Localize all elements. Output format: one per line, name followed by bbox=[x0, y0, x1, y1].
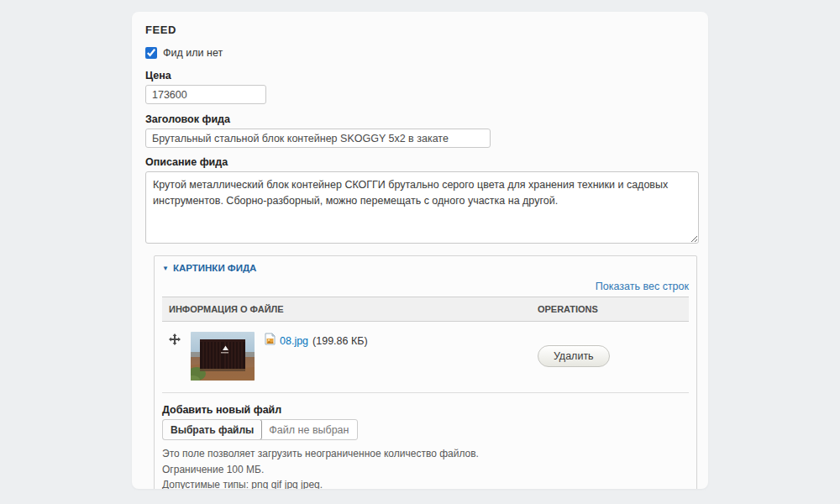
choose-files-button[interactable]: Выбрать файлы bbox=[162, 419, 262, 440]
delete-file-button[interactable]: Удалить bbox=[538, 345, 610, 367]
files-table-header-row: ИНФОРМАЦИЯ О ФАЙЛЕ OPERATIONS bbox=[162, 297, 689, 322]
feed-description-label: Описание фида bbox=[145, 156, 698, 168]
add-new-file-label: Добавить новый файл bbox=[162, 404, 689, 416]
feed-checkbox[interactable] bbox=[145, 47, 157, 59]
feed-description-textarea[interactable]: Крутой металлический блок контейнер СКОГ… bbox=[145, 171, 699, 244]
feed-title-input[interactable] bbox=[145, 129, 491, 148]
file-info-column-header: ИНФОРМАЦИЯ О ФАЙЛЕ bbox=[162, 297, 531, 322]
file-name-link[interactable]: 08.jpg bbox=[280, 335, 308, 347]
file-size-text: (199.86 КБ) bbox=[312, 335, 368, 347]
feed-form-card: FEED Фид или нет Цена Заголовок фида Опи… bbox=[132, 12, 708, 489]
container-photo-thumbnail bbox=[191, 332, 255, 381]
file-info-cell: 08.jpg (199.86 КБ) bbox=[162, 322, 531, 393]
row-weights-row: Показать вес строк bbox=[162, 278, 689, 293]
feed-checkbox-row: Фид или нет bbox=[145, 47, 698, 59]
feed-pictures-fieldset: ▼ КАРТИНКИ ФИДА Показать вес строк ИНФОР… bbox=[154, 255, 697, 489]
feed-checkbox-label: Фид или нет bbox=[163, 47, 223, 59]
operations-cell: Удалить bbox=[531, 322, 689, 393]
show-row-weights-link[interactable]: Показать вес строк bbox=[596, 281, 689, 292]
table-row: 08.jpg (199.86 КБ) Удалить bbox=[162, 322, 689, 393]
files-table: ИНФОРМАЦИЯ О ФАЙЛЕ OPERATIONS bbox=[162, 297, 689, 393]
feed-pictures-legend-label: КАРТИНКИ ФИДА bbox=[173, 263, 257, 273]
file-field-help-text: Это поле позволяет загрузить неограничен… bbox=[162, 446, 689, 489]
help-line-unlimited: Это поле позволяет загрузить неограничен… bbox=[162, 446, 689, 462]
drag-handle-icon[interactable] bbox=[169, 333, 181, 349]
collapse-triangle-icon: ▼ bbox=[162, 265, 169, 272]
price-input[interactable] bbox=[145, 85, 266, 104]
section-title: FEED bbox=[145, 24, 698, 36]
feed-pictures-legend[interactable]: ▼ КАРТИНКИ ФИДА bbox=[162, 263, 689, 273]
price-label: Цена bbox=[145, 70, 698, 81]
help-line-limit: Ограничение 100 МБ. bbox=[162, 462, 689, 478]
feed-title-label: Заголовок фида bbox=[145, 113, 698, 125]
help-line-types: Допустимые типы: png gif jpg jpeg. bbox=[162, 477, 689, 489]
operations-column-header: OPERATIONS bbox=[531, 297, 689, 322]
no-file-chosen-text: Файл не выбран bbox=[269, 424, 349, 436]
file-line: 08.jpg (199.86 КБ) bbox=[265, 333, 368, 349]
file-upload-widget[interactable]: Выбрать файлы Файл не выбран bbox=[162, 419, 358, 440]
image-file-icon bbox=[265, 333, 276, 349]
